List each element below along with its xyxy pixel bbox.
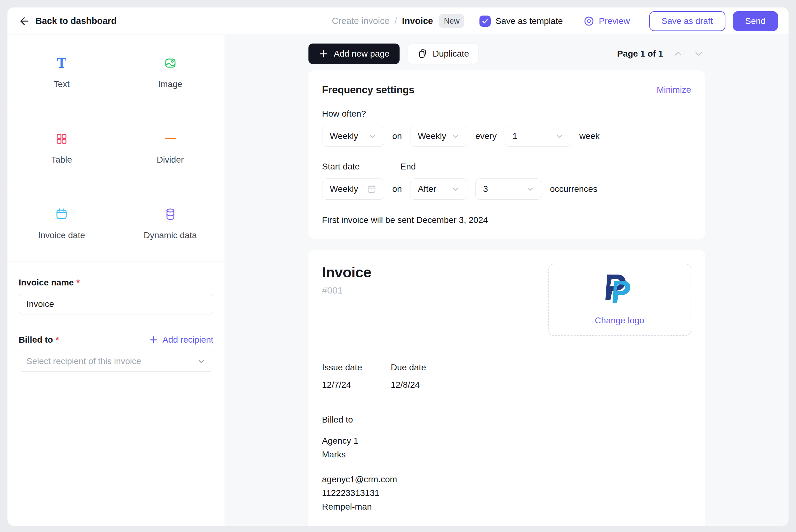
back-to-dashboard-label: Back to dashboard xyxy=(35,16,117,26)
due-date-value: 12/8/24 xyxy=(391,380,426,390)
topbar-actions: Save as template Preview Save as draft S… xyxy=(479,11,778,31)
save-as-draft-button[interactable]: Save as draft xyxy=(649,11,725,31)
block-tile-invoice-date[interactable]: Invoice date xyxy=(7,186,116,262)
billed-to-title: Billed to xyxy=(322,415,691,425)
duplicate-label: Duplicate xyxy=(433,49,469,59)
app-window: Back to dashboard Create invoice / Invoi… xyxy=(7,7,789,526)
issue-date-field[interactable]: Issue date 12/7/24 xyxy=(322,363,362,390)
breadcrumb: Create invoice / Invoice New xyxy=(332,14,464,28)
block-palette: T Text Image xyxy=(7,35,225,262)
add-new-page-label: Add new page xyxy=(334,49,390,59)
recipient-placeholder: Select recipient of this invoice xyxy=(26,356,141,366)
tile-label: Invoice date xyxy=(38,230,85,240)
chevron-down-icon xyxy=(368,132,377,140)
breadcrumb-parent[interactable]: Create invoice xyxy=(332,16,389,26)
start-date-label: Start date xyxy=(322,162,400,172)
block-tile-table[interactable]: Table xyxy=(7,110,116,186)
paypal-logo xyxy=(605,274,634,307)
recipient-select[interactable]: Select recipient of this invoice xyxy=(19,351,213,372)
required-marker: * xyxy=(55,335,59,344)
preview-button[interactable]: Preview xyxy=(583,16,630,27)
plus-icon xyxy=(318,49,328,59)
due-date-label: Due date xyxy=(391,363,426,373)
invoice-title: Invoice xyxy=(322,264,371,281)
tile-label: Image xyxy=(158,79,183,89)
tile-label: Text xyxy=(54,79,69,89)
end-mode-value: After xyxy=(418,184,436,194)
chevron-down-icon xyxy=(452,132,459,140)
chevron-down-icon xyxy=(197,357,206,366)
start-date-input[interactable]: Weekly xyxy=(322,178,384,200)
back-to-dashboard-link[interactable]: Back to dashboard xyxy=(18,15,117,27)
due-date-field[interactable]: Due date 12/8/24 xyxy=(391,363,426,390)
logo-upload-box[interactable]: Change logo xyxy=(548,264,691,336)
block-tile-dynamic-data[interactable]: Dynamic data xyxy=(116,186,225,262)
save-as-template-checkbox[interactable]: Save as template xyxy=(479,16,563,27)
tile-label: Dynamic data xyxy=(144,230,197,240)
duplicate-button[interactable]: Duplicate xyxy=(408,43,479,64)
topbar: Back to dashboard Create invoice / Invoi… xyxy=(7,7,789,35)
arrow-left-icon xyxy=(18,15,30,27)
change-logo-button[interactable]: Change logo xyxy=(595,316,644,325)
invoice-number[interactable]: #001 xyxy=(322,285,371,296)
invoice-card: Invoice #001 Change logo xyxy=(308,250,705,526)
chevron-down-icon xyxy=(526,185,534,193)
issue-date-value: 12/7/24 xyxy=(322,380,362,390)
issue-date-label: Issue date xyxy=(322,363,362,373)
required-marker: * xyxy=(76,278,80,287)
every-label: every xyxy=(475,131,497,141)
canvas-toolbar: Add new page Duplicate Page 1 of 1 xyxy=(308,43,705,64)
breadcrumb-separator: / xyxy=(395,16,397,26)
add-recipient-label: Add recipient xyxy=(163,335,213,345)
recipient-contact: Marks xyxy=(322,450,691,459)
new-badge: New xyxy=(439,14,464,28)
divider-icon xyxy=(164,131,177,146)
end-mode-select[interactable]: After xyxy=(410,178,467,200)
minimize-button[interactable]: Minimize xyxy=(657,85,691,95)
save-as-template-label: Save as template xyxy=(496,16,563,26)
content-area: T Text Image xyxy=(7,35,789,526)
page-down-button[interactable] xyxy=(693,48,705,60)
frequency-settings-title: Frequency settings xyxy=(322,84,415,96)
page-up-button[interactable] xyxy=(672,48,684,60)
block-tile-image[interactable]: Image xyxy=(116,35,225,110)
plus-icon xyxy=(149,335,158,344)
start-date-value: Weekly xyxy=(330,184,358,194)
interval-select[interactable]: 1 xyxy=(505,126,571,147)
block-tile-text[interactable]: T Text xyxy=(7,35,116,110)
add-recipient-button[interactable]: Add recipient xyxy=(149,335,213,345)
checkbox-checked-icon[interactable] xyxy=(479,16,491,27)
first-invoice-note: First invoice will be sent December 3, 2… xyxy=(322,215,691,225)
end-count-value: 3 xyxy=(483,184,488,194)
frequency-settings-card: Frequency settings Minimize How often? W… xyxy=(308,70,705,239)
breadcrumb-current: Invoice xyxy=(402,16,433,26)
recipient-org: Rempel-man xyxy=(322,502,691,512)
add-new-page-button[interactable]: Add new page xyxy=(308,43,400,64)
sidebar: T Text Image xyxy=(7,35,225,526)
copy-icon xyxy=(417,49,428,59)
recipient-phone: 112223313131 xyxy=(322,488,691,498)
recipient-company: Agency 1 xyxy=(322,436,691,446)
weekday-select[interactable]: Weekly xyxy=(410,126,467,147)
chevron-down-icon xyxy=(555,132,564,140)
end-count-select[interactable]: 3 xyxy=(475,178,542,200)
calendar-icon xyxy=(366,184,377,194)
block-tile-divider[interactable]: Divider xyxy=(116,110,225,186)
chevron-down-icon xyxy=(452,185,459,193)
calendar-icon xyxy=(55,207,69,222)
billed-to-label: Billed to* xyxy=(19,335,59,345)
invoice-name-label: Invoice name* xyxy=(19,278,80,288)
send-button[interactable]: Send xyxy=(733,11,778,31)
invoice-name-input[interactable] xyxy=(19,294,213,315)
table-icon xyxy=(55,131,69,146)
how-often-label: How often? xyxy=(322,109,691,119)
interval-select-value: 1 xyxy=(512,131,517,141)
editor-canvas: Add new page Duplicate Page 1 of 1 xyxy=(225,35,789,526)
invoice-meta: Issue date 12/7/24 Due date 12/8/24 xyxy=(322,363,691,390)
frequency-select[interactable]: Weekly xyxy=(322,126,384,147)
preview-icon xyxy=(583,16,594,27)
on-label-2: on xyxy=(393,184,402,194)
end-label: End xyxy=(400,162,416,172)
text-icon: T xyxy=(57,56,67,71)
pagination-label: Page 1 of 1 xyxy=(617,49,663,59)
